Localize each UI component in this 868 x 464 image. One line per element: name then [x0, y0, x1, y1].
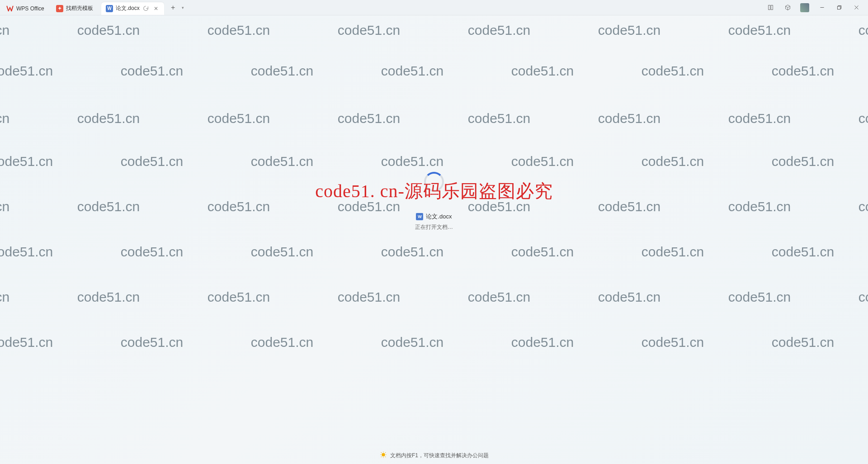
watermark-text: code51.cn — [121, 63, 183, 79]
loading-status-text: 正在打开文档… — [415, 223, 453, 231]
watermark-text: code51.cn — [772, 335, 834, 350]
tab-strip: WPS Office ✦ 找稻壳模板 W 论文.docx ✕ + ▾ — [2, 0, 187, 15]
loading-indicator: W 论文.docx 正在打开文档… — [415, 172, 453, 231]
watermark-text: code51.cn — [728, 199, 791, 214]
watermark-text: code51.cn — [0, 199, 9, 214]
watermark-text: code51.cn — [642, 244, 704, 260]
watermark-text: code51.cn — [208, 23, 270, 38]
watermark-text: code51.cn — [598, 289, 660, 305]
watermark-text: code51.cn — [381, 154, 443, 169]
watermark-layer: code51.cncode51.cncode51.cncode51.cncode… — [0, 0, 868, 464]
watermark-text: code51.cn — [859, 23, 868, 38]
watermark-text: code51.cn — [77, 199, 140, 214]
sync-status-icon[interactable] — [142, 5, 150, 12]
watermark-text: code51.cn — [381, 244, 443, 260]
spinner-icon — [424, 172, 444, 192]
watermark-text: code51.cn — [468, 199, 530, 214]
watermark-text: code51.cn — [0, 111, 9, 126]
tab-label: 论文.docx — [116, 5, 140, 12]
watermark-text: code51.cn — [251, 63, 313, 79]
watermark-text: code51.cn — [772, 244, 834, 260]
tip-text: 文档内按F1，可快速查找并解决办公问题 — [390, 452, 489, 459]
word-doc-icon: W — [416, 213, 423, 220]
wps-logo-icon — [6, 5, 14, 12]
watermark-text: code51.cn — [381, 335, 443, 350]
window-minimize-button[interactable] — [814, 1, 830, 14]
watermark-text: code51.cn — [77, 23, 140, 38]
watermark-text: code51.cn — [511, 63, 574, 79]
watermark-text: code51.cn — [468, 289, 530, 305]
user-avatar-button[interactable] — [797, 1, 813, 14]
watermark-text: code51.cn — [208, 289, 270, 305]
chevron-down-icon: ▾ — [182, 5, 184, 10]
word-doc-icon: W — [106, 5, 113, 12]
svg-rect-1 — [771, 5, 773, 10]
tab-templates[interactable]: ✦ 找稻壳模板 — [52, 2, 101, 15]
watermark-text: code51.cn — [208, 111, 270, 126]
watermark-text: code51.cn — [208, 199, 270, 214]
svg-line-12 — [385, 457, 386, 457]
watermark-text: code51.cn — [338, 23, 400, 38]
new-tab-button[interactable]: + — [167, 1, 179, 14]
cube-menu-button[interactable] — [779, 1, 796, 14]
watermark-text: code51.cn — [0, 244, 53, 260]
watermark-text: code51.cn — [859, 289, 868, 305]
watermark-text: code51.cn — [251, 154, 313, 169]
watermark-text: code51.cn — [772, 154, 834, 169]
watermark-text: code51.cn — [598, 111, 660, 126]
watermark-text: code51.cn — [251, 335, 313, 350]
tab-wps-home[interactable]: WPS Office — [2, 2, 52, 15]
tab-label: 找稻壳模板 — [66, 5, 97, 12]
window-controls — [762, 1, 864, 14]
watermark-text: code51.cn — [251, 244, 313, 260]
svg-line-13 — [385, 452, 386, 453]
window-close-button[interactable] — [848, 1, 864, 14]
watermark-text: code51.cn — [642, 335, 704, 350]
layout-toggle-button[interactable] — [762, 1, 778, 14]
watermark-text: code51.cn — [511, 335, 574, 350]
watermark-text: code51.cn — [772, 63, 834, 79]
lightbulb-icon — [379, 451, 387, 459]
watermark-text: code51.cn — [859, 199, 868, 214]
svg-point-6 — [382, 453, 385, 457]
titlebar: WPS Office ✦ 找稻壳模板 W 论文.docx ✕ + ▾ — [0, 0, 868, 15]
watermark-text: code51.cn — [381, 63, 443, 79]
watermark-text: code51.cn — [0, 23, 9, 38]
watermark-text: code51.cn — [0, 335, 53, 350]
watermark-text: code51.cn — [0, 154, 53, 169]
watermark-text: code51.cn — [598, 23, 660, 38]
tab-document-active[interactable]: W 论文.docx ✕ — [101, 2, 164, 15]
close-tab-icon[interactable]: ✕ — [152, 5, 160, 12]
watermark-text: code51.cn — [642, 63, 704, 79]
watermark-text: code51.cn — [511, 244, 574, 260]
loading-filename-row: W 论文.docx — [416, 213, 452, 221]
watermark-text: code51.cn — [121, 244, 183, 260]
watermark-text: code51.cn — [338, 199, 400, 214]
watermark-text: code51.cn — [511, 154, 574, 169]
watermark-text: code51.cn — [468, 111, 530, 126]
watermark-text: code51.cn — [121, 335, 183, 350]
watermark-text: code51.cn — [728, 289, 791, 305]
loading-filename: 论文.docx — [426, 213, 452, 221]
svg-rect-0 — [768, 5, 770, 10]
tab-label: WPS Office — [16, 5, 47, 12]
svg-line-14 — [381, 457, 382, 457]
watermark-text: code51.cn — [0, 63, 53, 79]
plus-icon: + — [171, 4, 175, 12]
bottom-tip: 文档内按F1，可快速查找并解决办公问题 — [379, 451, 489, 459]
watermark-text: code51.cn — [121, 154, 183, 169]
svg-rect-3 — [837, 6, 840, 9]
watermark-text: code51.cn — [642, 154, 704, 169]
watermark-text: code51.cn — [468, 23, 530, 38]
new-tab-dropdown[interactable]: ▾ — [179, 1, 187, 14]
template-icon: ✦ — [56, 5, 63, 12]
window-maximize-button[interactable] — [831, 1, 847, 14]
watermark-text: code51.cn — [77, 111, 140, 126]
watermark-text: code51.cn — [859, 111, 868, 126]
watermark-text: code51.cn — [338, 111, 400, 126]
watermark-text: code51.cn — [0, 289, 9, 305]
watermark-text: code51.cn — [338, 289, 400, 305]
avatar-icon — [800, 3, 809, 12]
watermark-text: code51.cn — [728, 23, 791, 38]
watermark-text: code51.cn — [598, 199, 660, 214]
